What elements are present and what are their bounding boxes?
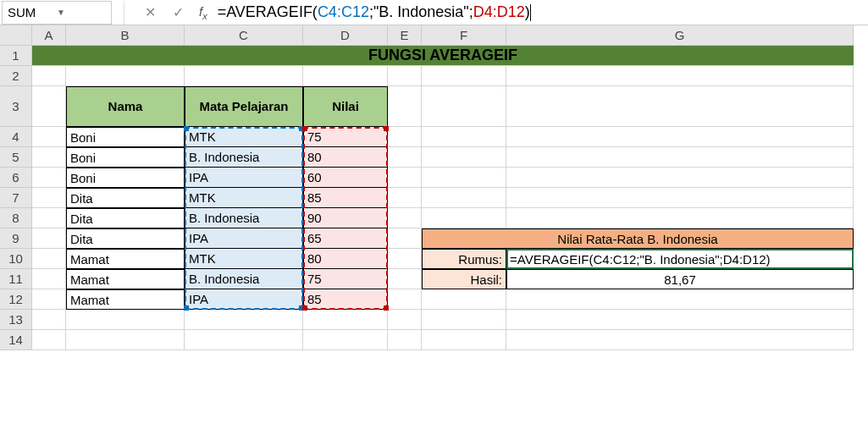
table-header-nama[interactable]: Nama xyxy=(66,86,185,127)
row-header-1[interactable]: 1 xyxy=(0,46,32,66)
enter-button[interactable]: ✓ xyxy=(164,4,192,20)
cell-mapel[interactable]: B. Indonesia xyxy=(185,147,303,168)
cell[interactable] xyxy=(506,86,854,127)
cell-nama[interactable]: Mamat xyxy=(66,249,185,269)
cell-nama[interactable]: Dita xyxy=(66,228,185,249)
cell-nama[interactable]: Mamat xyxy=(66,289,185,310)
cell-mapel[interactable]: MTK xyxy=(185,249,303,269)
cell[interactable] xyxy=(66,330,185,350)
cell[interactable] xyxy=(32,330,66,350)
row-header-12[interactable]: 12 xyxy=(0,289,32,310)
cell[interactable] xyxy=(422,188,506,208)
cell-nilai[interactable]: 80 xyxy=(303,147,388,168)
cell[interactable] xyxy=(185,310,303,330)
cell[interactable] xyxy=(422,66,506,86)
cell[interactable] xyxy=(303,66,388,86)
rumus-label[interactable]: Rumus: xyxy=(422,249,506,269)
cell[interactable] xyxy=(506,208,854,228)
cell[interactable] xyxy=(422,208,506,228)
name-box-dropdown-icon[interactable]: ▼ xyxy=(57,8,106,17)
summary-title[interactable]: Nilai Rata-Rata B. Indonesia xyxy=(422,228,854,249)
col-header-A[interactable]: A xyxy=(32,25,66,46)
cell[interactable] xyxy=(422,289,506,310)
cell[interactable] xyxy=(303,310,388,330)
cell[interactable] xyxy=(422,147,506,168)
cell-nama[interactable]: Dita xyxy=(66,208,185,228)
cell[interactable] xyxy=(422,168,506,188)
cell[interactable] xyxy=(32,127,66,147)
cell[interactable] xyxy=(32,310,66,330)
row-header-14[interactable]: 14 xyxy=(0,330,32,350)
col-header-E[interactable]: E xyxy=(388,25,422,46)
row-header-13[interactable]: 13 xyxy=(0,310,32,330)
cell[interactable] xyxy=(303,330,388,350)
cell-nama[interactable]: Dita xyxy=(66,188,185,208)
cell[interactable] xyxy=(388,228,422,249)
cell[interactable] xyxy=(32,147,66,168)
cell-nilai[interactable]: 65 xyxy=(303,228,388,249)
row-header-3[interactable]: 3 xyxy=(0,86,32,127)
row-header-5[interactable]: 5 xyxy=(0,147,32,168)
col-header-D[interactable]: D xyxy=(303,25,388,46)
title-cell[interactable]: FUNGSI AVERAGEIF xyxy=(32,46,854,66)
cell[interactable] xyxy=(32,168,66,188)
col-header-G[interactable]: G xyxy=(506,25,854,46)
formula-input[interactable]: =AVERAGEIF(C4:C12;"B. Indonesia";D4:D12) xyxy=(214,2,868,24)
cell[interactable] xyxy=(388,289,422,310)
row-header-7[interactable]: 7 xyxy=(0,188,32,208)
cell[interactable] xyxy=(506,168,854,188)
rumus-value-cell[interactable]: =AVERAGEIF(C4:C12;"B. Indonesia";D4:D12) xyxy=(506,249,854,269)
cell[interactable] xyxy=(388,188,422,208)
cell[interactable] xyxy=(388,330,422,350)
cell[interactable] xyxy=(506,66,854,86)
cell[interactable] xyxy=(506,188,854,208)
cell[interactable] xyxy=(388,269,422,289)
cell-nilai[interactable]: 85 xyxy=(303,289,388,310)
cell-mapel[interactable]: MTK xyxy=(185,188,303,208)
cell[interactable] xyxy=(422,127,506,147)
cell[interactable] xyxy=(388,168,422,188)
cell[interactable] xyxy=(506,127,854,147)
col-header-C[interactable]: C xyxy=(185,25,303,46)
row-header-4[interactable]: 4 xyxy=(0,127,32,147)
row-header-11[interactable]: 11 xyxy=(0,269,32,289)
cell[interactable] xyxy=(32,228,66,249)
cancel-button[interactable]: ✕ xyxy=(136,4,164,20)
cell[interactable] xyxy=(66,66,185,86)
hasil-value-cell[interactable]: 81,67 xyxy=(506,269,854,289)
cell[interactable] xyxy=(32,86,66,127)
cell[interactable] xyxy=(32,66,66,86)
cell[interactable] xyxy=(506,147,854,168)
cell[interactable] xyxy=(185,66,303,86)
table-header-nilai[interactable]: Nilai xyxy=(303,86,388,127)
row-header-8[interactable]: 8 xyxy=(0,208,32,228)
cell[interactable] xyxy=(32,289,66,310)
cell-mapel[interactable]: IPA xyxy=(185,289,303,310)
cell[interactable] xyxy=(185,330,303,350)
cell[interactable] xyxy=(388,249,422,269)
row-header-6[interactable]: 6 xyxy=(0,168,32,188)
cell[interactable] xyxy=(66,310,185,330)
cell-mapel[interactable]: IPA xyxy=(185,168,303,188)
cell-nilai[interactable]: 75 xyxy=(303,269,388,289)
cell-mapel[interactable]: B. Indonesia xyxy=(185,269,303,289)
fx-icon[interactable]: fx xyxy=(192,4,214,21)
cell[interactable] xyxy=(388,147,422,168)
cell[interactable] xyxy=(422,330,506,350)
cell-mapel[interactable]: B. Indonesia xyxy=(185,208,303,228)
cell[interactable] xyxy=(388,310,422,330)
col-header-B[interactable]: B xyxy=(66,25,185,46)
cell[interactable] xyxy=(32,188,66,208)
name-box[interactable]: SUM ▼ xyxy=(2,1,112,25)
cell[interactable] xyxy=(388,208,422,228)
cell-nilai[interactable]: 80 xyxy=(303,249,388,269)
cell[interactable] xyxy=(388,66,422,86)
cell-nama[interactable]: Mamat xyxy=(66,269,185,289)
cell-nilai[interactable]: 90 xyxy=(303,208,388,228)
cell-nilai[interactable]: 85 xyxy=(303,188,388,208)
cell[interactable] xyxy=(506,289,854,310)
cell[interactable] xyxy=(32,208,66,228)
cell[interactable] xyxy=(422,310,506,330)
cell-mapel[interactable]: MTK xyxy=(185,127,303,147)
cell[interactable] xyxy=(32,269,66,289)
